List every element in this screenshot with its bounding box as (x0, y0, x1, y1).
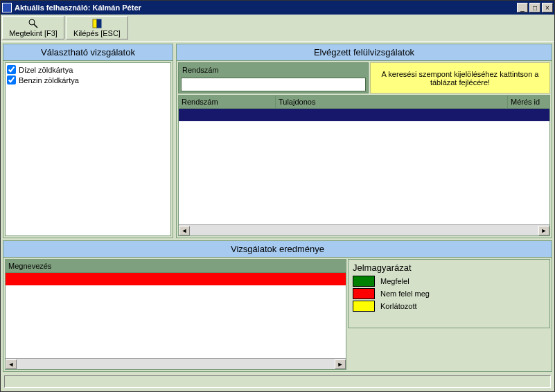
list-item[interactable]: Dízel zöldkártya (7, 64, 169, 75)
statusbar (4, 375, 551, 388)
inspections-grid: Rendszám Tulajdonos Mérés id ◄ ► (178, 95, 550, 236)
exit-button-label: Kilépés [ESC] (73, 29, 121, 37)
search-input[interactable] (181, 78, 366, 91)
grid-body[interactable] (179, 109, 549, 224)
results-grid: Megnevezés ◄ ► (5, 259, 346, 370)
legend-panel: Jelmagyarázat Megfelel Nem felel meg Kor… (348, 259, 550, 328)
list-item[interactable]: Benzin zöldkártya (7, 75, 169, 85)
checkbox-benzin[interactable] (7, 75, 16, 84)
results-col-megnevezes[interactable]: Megnevezés (6, 260, 346, 273)
svg-point-0 (29, 19, 35, 25)
view-button[interactable]: Megtekint [F3] (2, 16, 64, 39)
search-hint: A keresési szempont kijelöléséhez kattin… (370, 62, 550, 93)
scroll-left-button[interactable]: ◄ (6, 359, 17, 369)
results-body: Megnevezés ◄ ► Jelmagyarázat Megfelel (3, 258, 552, 371)
close-button[interactable]: × (542, 3, 553, 12)
view-button-label: Megtekint [F3] (9, 29, 58, 37)
results-panel: Vizsgálatok eredménye Megnevezés ◄ ► Jel… (3, 240, 552, 372)
table-row[interactable] (6, 273, 346, 285)
grid-header[interactable]: Rendszám Tulajdonos Mérés id (179, 96, 549, 109)
results-title: Vizsgálatok eredménye (3, 241, 552, 258)
col-rendszam[interactable]: Rendszám (179, 96, 276, 108)
selectable-tests-panel: Választható vizsgálatok Dízel zöldkártya… (3, 44, 173, 238)
swatch-red (353, 288, 375, 299)
list-item-label: Dízel zöldkártya (19, 66, 73, 74)
search-box: Rendszám (178, 62, 369, 93)
svg-rect-3 (97, 19, 101, 28)
legend-title: Jelmagyarázat (353, 262, 545, 273)
scroll-left-button[interactable]: ◄ (179, 226, 190, 235)
toolbar: Megtekint [F3] Kilépés [ESC] (1, 15, 554, 42)
svg-rect-2 (93, 19, 97, 28)
scroll-right-button[interactable]: ► (335, 359, 346, 369)
legend-label: Korlátozott (380, 302, 417, 310)
grid-hscrollbar[interactable]: ◄ ► (179, 224, 549, 235)
search-label: Rendszám (181, 64, 366, 76)
content-area: Választható vizsgálatok Dízel zöldkártya… (1, 42, 554, 391)
selectable-tests-title: Választható vizsgálatok (3, 44, 173, 61)
exit-button[interactable]: Kilépés [ESC] (66, 16, 128, 39)
table-row-selected[interactable] (179, 109, 549, 121)
results-hscrollbar[interactable]: ◄ ► (6, 358, 346, 369)
list-item-label: Benzin zöldkártya (19, 76, 79, 84)
app-window: Aktuális felhasználó: Kálmán Péter _ □ ×… (0, 0, 555, 392)
results-grid-body[interactable] (6, 273, 346, 358)
completed-inspections-panel: Elvégzett felülvizsgálatok Rendszám A ke… (176, 44, 552, 238)
exit-icon (92, 18, 102, 29)
maximize-button[interactable]: □ (529, 3, 540, 12)
swatch-yellow (353, 301, 375, 312)
col-meres-id[interactable]: Mérés id (508, 96, 549, 108)
window-title: Aktuális felhasználó: Kálmán Péter (15, 3, 516, 12)
legend-row-fail: Nem felel meg (353, 288, 545, 299)
scroll-right-button[interactable]: ► (538, 226, 549, 235)
swatch-green (353, 276, 375, 287)
completed-inspections-title: Elvégzett felülvizsgálatok (177, 44, 552, 61)
minimize-button[interactable]: _ (517, 3, 528, 12)
magnifier-icon (28, 18, 38, 29)
search-row: Rendszám A keresési szempont kijelöléséh… (178, 62, 550, 93)
col-tulajdonos[interactable]: Tulajdonos (276, 96, 508, 108)
test-checklist: Dízel zöldkártya Benzin zöldkártya (5, 62, 171, 236)
svg-line-1 (34, 24, 37, 28)
legend-label: Megfelel (380, 277, 409, 285)
legend-label: Nem felel meg (380, 289, 430, 298)
upper-row: Választható vizsgálatok Dízel zöldkártya… (3, 44, 552, 238)
legend-row-limited: Korlátozott (353, 301, 545, 312)
checkbox-diesel[interactable] (7, 65, 16, 74)
legend-row-ok: Megfelel (353, 276, 545, 287)
app-icon (2, 3, 12, 12)
titlebar: Aktuális felhasználó: Kálmán Péter _ □ × (1, 1, 554, 15)
